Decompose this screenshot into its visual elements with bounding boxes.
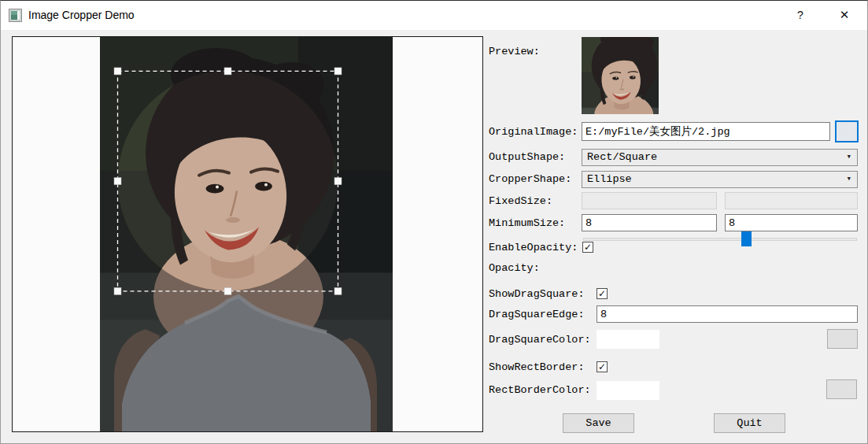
crop-rect-border[interactable] bbox=[118, 71, 338, 290]
drag-handle-top-left[interactable] bbox=[114, 68, 121, 75]
preview-image bbox=[582, 37, 659, 114]
minimum-size-height-input[interactable] bbox=[725, 214, 858, 231]
output-shape-select[interactable]: Rect/Square ▾ bbox=[582, 149, 858, 166]
drag-handle-top-right[interactable] bbox=[334, 68, 342, 75]
title-bar: Image Cropper Demo ? ✕ bbox=[1, 1, 867, 30]
show-rect-border-label: ShowRectBorder: bbox=[489, 361, 585, 374]
crop-dim-mask bbox=[100, 37, 393, 431]
help-icon: ? bbox=[797, 9, 803, 21]
close-icon: ✕ bbox=[840, 8, 850, 21]
help-button[interactable]: ? bbox=[782, 1, 818, 29]
check-icon: ✓ bbox=[598, 361, 606, 372]
cropper-shape-label: CropperShape: bbox=[489, 173, 571, 186]
rect-border-color-picker-button[interactable] bbox=[826, 379, 857, 399]
drag-square-edge-label: DragSquareEdge: bbox=[489, 309, 585, 321]
minimum-size-label: MinimumSize: bbox=[489, 217, 565, 230]
source-photo bbox=[100, 37, 393, 431]
original-image-input[interactable] bbox=[582, 122, 830, 141]
chevron-down-icon: ▾ bbox=[846, 151, 851, 161]
original-image-label: OriginalImage: bbox=[489, 126, 578, 139]
enable-opacity-label: EnableOpacity: bbox=[489, 242, 578, 254]
cropper-shape-select[interactable]: Ellipse ▾ bbox=[582, 171, 858, 188]
output-shape-value: Rect/Square bbox=[587, 151, 657, 163]
rect-border-color-label: RectBorderColor: bbox=[489, 384, 591, 397]
output-shape-label: OutputShape: bbox=[489, 151, 565, 164]
opacity-slider-groove[interactable] bbox=[583, 238, 857, 241]
image-canvas-panel bbox=[12, 36, 483, 432]
crop-overlay[interactable] bbox=[100, 37, 393, 431]
drag-handle-mid-left[interactable] bbox=[114, 178, 121, 185]
cropper-shape-value: Ellipse bbox=[587, 173, 632, 185]
close-button[interactable]: ✕ bbox=[826, 1, 862, 29]
opacity-slider-handle[interactable] bbox=[741, 231, 752, 246]
fixed-size-label: FixedSize: bbox=[489, 195, 552, 208]
drag-handle-bottom-right[interactable] bbox=[334, 287, 342, 294]
fixed-size-width-input bbox=[582, 192, 717, 209]
drag-square-edge-input[interactable] bbox=[597, 305, 858, 323]
check-icon: ✓ bbox=[598, 288, 606, 299]
fixed-size-height-input bbox=[725, 192, 858, 209]
rect-border-color-swatch bbox=[597, 381, 659, 400]
show-drag-square-label: ShowDragSquare: bbox=[489, 288, 585, 301]
drag-square-color-swatch bbox=[597, 330, 659, 349]
drag-handle-top-center[interactable] bbox=[224, 68, 231, 75]
drag-handle-mid-right[interactable] bbox=[334, 178, 342, 185]
browse-file-button[interactable] bbox=[835, 120, 859, 142]
quit-button[interactable]: Quit bbox=[714, 413, 785, 433]
save-button[interactable]: Save bbox=[563, 413, 634, 433]
drag-square-color-picker-button[interactable] bbox=[827, 329, 858, 349]
preview-label: Preview: bbox=[489, 46, 540, 58]
show-rect-border-checkbox[interactable]: ✓ bbox=[597, 361, 608, 372]
show-drag-square-checkbox[interactable]: ✓ bbox=[597, 288, 608, 299]
chevron-down-icon: ▾ bbox=[846, 173, 851, 183]
opacity-label: Opacity: bbox=[489, 262, 540, 275]
window-title: Image Cropper Demo bbox=[28, 1, 135, 30]
drag-handle-bottom-left[interactable] bbox=[114, 287, 121, 294]
drag-handle-bottom-center[interactable] bbox=[224, 287, 231, 294]
opacity-slider[interactable] bbox=[583, 231, 857, 246]
app-icon bbox=[9, 9, 22, 22]
drag-square-color-label: DragSquareColor: bbox=[489, 334, 591, 346]
image-cropper-window: Image Cropper Demo ? ✕ bbox=[0, 0, 868, 444]
minimum-size-width-input[interactable] bbox=[582, 214, 717, 231]
